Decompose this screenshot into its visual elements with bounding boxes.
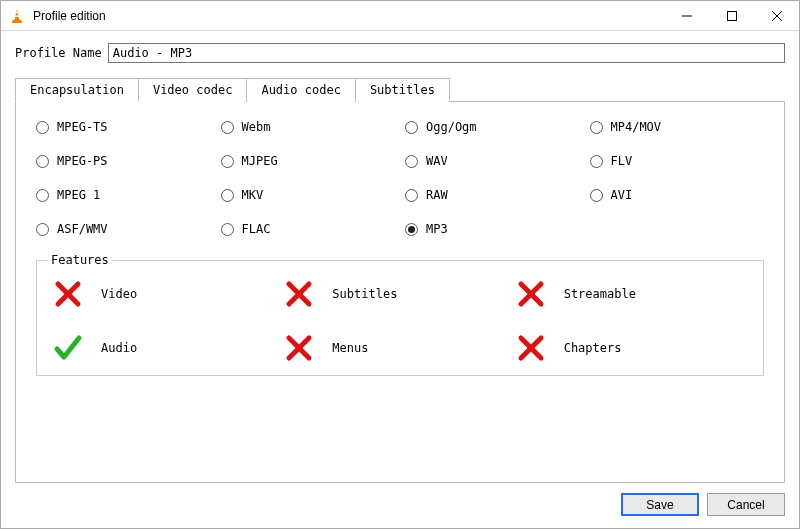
tab-subtitles[interactable]: Subtitles (355, 78, 450, 102)
vlc-cone-icon (9, 8, 25, 24)
format-radio-mp3[interactable]: MP3 (405, 222, 580, 236)
radio-icon (405, 121, 418, 134)
minimize-button[interactable] (664, 1, 709, 31)
radio-label: WAV (426, 154, 448, 168)
radio-icon (36, 121, 49, 134)
radio-icon (590, 189, 603, 202)
cross-icon (53, 279, 83, 309)
cross-icon (284, 333, 314, 363)
radio-icon (405, 155, 418, 168)
feature-label: Chapters (564, 341, 622, 355)
radio-icon (221, 121, 234, 134)
tab-encapsulation[interactable]: Encapsulation (15, 78, 139, 102)
feature-subtitles: Subtitles (284, 279, 515, 309)
feature-label: Subtitles (332, 287, 397, 301)
radio-label: FLV (611, 154, 633, 168)
close-button[interactable] (754, 1, 799, 31)
svg-marker-3 (12, 20, 23, 23)
radio-label: MKV (242, 188, 264, 202)
radio-label: Webm (242, 120, 271, 134)
radio-label: MP3 (426, 222, 448, 236)
format-radio-flac[interactable]: FLAC (221, 222, 396, 236)
dialog-footer: Save Cancel (1, 483, 799, 528)
radio-icon (405, 189, 418, 202)
radio-icon (221, 223, 234, 236)
features-groupbox: Features VideoSubtitlesStreamableAudioMe… (36, 260, 764, 376)
radio-icon (36, 223, 49, 236)
format-radio-webm[interactable]: Webm (221, 120, 396, 134)
format-radio-mp4-mov[interactable]: MP4/MOV (590, 120, 765, 134)
radio-label: FLAC (242, 222, 271, 236)
profile-name-input[interactable] (108, 43, 785, 63)
format-radio-mpeg-ps[interactable]: MPEG-PS (36, 154, 211, 168)
save-button[interactable]: Save (621, 493, 699, 516)
tab-panel-encapsulation: MPEG-TSWebmOgg/OgmMP4/MOVMPEG-PSMJPEGWAV… (15, 101, 785, 483)
format-radio-ogg-ogm[interactable]: Ogg/Ogm (405, 120, 580, 134)
radio-icon (590, 155, 603, 168)
feature-label: Video (101, 287, 137, 301)
radio-label: RAW (426, 188, 448, 202)
radio-label: MJPEG (242, 154, 278, 168)
format-radio-mkv[interactable]: MKV (221, 188, 396, 202)
profile-name-row: Profile Name (15, 43, 785, 63)
feature-menus: Menus (284, 333, 515, 363)
radio-icon (36, 155, 49, 168)
format-radio-wav[interactable]: WAV (405, 154, 580, 168)
feature-label: Streamable (564, 287, 636, 301)
format-radio-flv[interactable]: FLV (590, 154, 765, 168)
radio-label: Ogg/Ogm (426, 120, 477, 134)
dialog-window: Profile edition Profile Name Encapsulati… (0, 0, 800, 529)
window-title: Profile edition (33, 9, 664, 23)
svg-marker-0 (15, 9, 20, 20)
dialog-content: Profile Name EncapsulationVideo codecAud… (1, 31, 799, 483)
format-radio-asf-wmv[interactable]: ASF/WMV (36, 222, 211, 236)
maximize-button[interactable] (709, 1, 754, 31)
format-radio-grid: MPEG-TSWebmOgg/OgmMP4/MOVMPEG-PSMJPEGWAV… (36, 120, 764, 236)
format-radio-raw[interactable]: RAW (405, 188, 580, 202)
feature-streamable: Streamable (516, 279, 747, 309)
radio-label: MPEG 1 (57, 188, 100, 202)
radio-icon (590, 121, 603, 134)
radio-icon (221, 189, 234, 202)
feature-label: Audio (101, 341, 137, 355)
features-grid: VideoSubtitlesStreamableAudioMenusChapte… (53, 279, 747, 363)
svg-rect-2 (14, 15, 20, 16)
radio-label: MP4/MOV (611, 120, 662, 134)
format-radio-mjpeg[interactable]: MJPEG (221, 154, 396, 168)
tab-strip: EncapsulationVideo codecAudio codecSubti… (15, 77, 785, 101)
feature-audio: Audio (53, 333, 284, 363)
radio-label: MPEG-TS (57, 120, 108, 134)
cross-icon (284, 279, 314, 309)
svg-rect-1 (15, 12, 19, 13)
feature-label: Menus (332, 341, 368, 355)
format-radio-avi[interactable]: AVI (590, 188, 765, 202)
cross-icon (516, 333, 546, 363)
format-radio-mpeg-1[interactable]: MPEG 1 (36, 188, 211, 202)
features-title: Features (47, 253, 113, 267)
radio-icon (405, 223, 418, 236)
radio-icon (36, 189, 49, 202)
feature-video: Video (53, 279, 284, 309)
cross-icon (516, 279, 546, 309)
tab-audio-codec[interactable]: Audio codec (246, 78, 355, 102)
check-icon (53, 333, 83, 363)
radio-label: AVI (611, 188, 633, 202)
radio-label: ASF/WMV (57, 222, 108, 236)
profile-name-label: Profile Name (15, 46, 102, 60)
radio-label: MPEG-PS (57, 154, 108, 168)
feature-chapters: Chapters (516, 333, 747, 363)
radio-icon (221, 155, 234, 168)
cancel-button[interactable]: Cancel (707, 493, 785, 516)
format-radio-mpeg-ts[interactable]: MPEG-TS (36, 120, 211, 134)
titlebar: Profile edition (1, 1, 799, 31)
svg-rect-5 (727, 11, 736, 20)
tab-video-codec[interactable]: Video codec (138, 78, 247, 102)
